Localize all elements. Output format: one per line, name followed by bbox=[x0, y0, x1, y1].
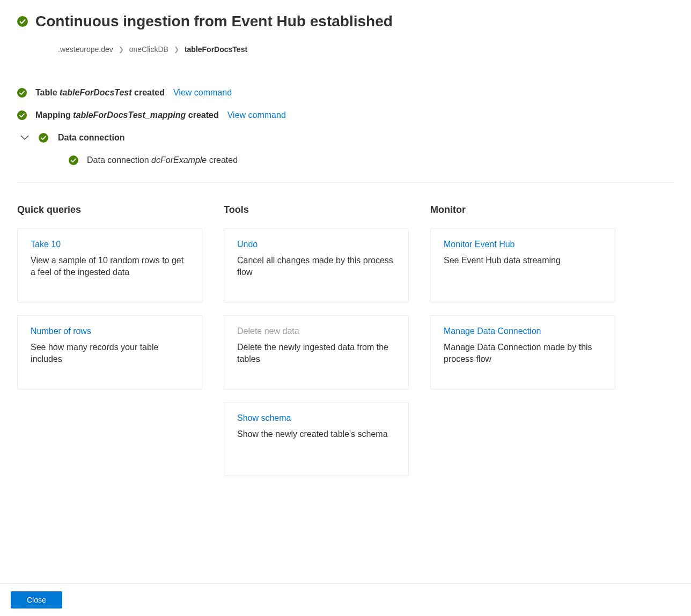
card-desc: Delete the newly ingested data from the … bbox=[237, 342, 395, 366]
card-desc: View a sample of 10 random rows to get a… bbox=[31, 255, 189, 279]
monitor-column: Monitor Monitor Event Hub See Event Hub … bbox=[430, 204, 615, 489]
card-manage-data-connection[interactable]: Manage Data Connection Manage Data Conne… bbox=[430, 315, 615, 389]
status-text: Table tableForDocsTest created bbox=[35, 88, 165, 98]
card-desc: Cancel all changes made by this process … bbox=[237, 255, 395, 279]
view-command-link[interactable]: View command bbox=[227, 110, 286, 120]
status-text: Mapping tableForDocsTest_mapping created bbox=[35, 110, 219, 120]
card-show-schema[interactable]: Show schema Show the newly created table… bbox=[224, 402, 409, 476]
tools-column: Tools Undo Cancel all changes made by th… bbox=[224, 204, 409, 489]
success-check-icon bbox=[69, 155, 78, 165]
card-undo[interactable]: Undo Cancel all changes made by this pro… bbox=[224, 228, 409, 302]
card-title[interactable]: Undo bbox=[237, 240, 395, 249]
card-title[interactable]: Number of rows bbox=[31, 326, 189, 336]
status-connection-label: Data connection bbox=[58, 133, 124, 143]
footer: Close bbox=[0, 583, 691, 616]
card-title[interactable]: Take 10 bbox=[31, 240, 189, 249]
breadcrumb-item[interactable]: .westeurope.dev bbox=[58, 45, 113, 54]
card-title-disabled: Delete new data bbox=[237, 326, 395, 336]
column-title: Tools bbox=[224, 204, 409, 216]
svg-point-1 bbox=[17, 88, 27, 98]
view-command-link[interactable]: View command bbox=[173, 88, 232, 98]
status-row-mapping: Mapping tableForDocsTest_mapping created… bbox=[17, 110, 674, 120]
success-check-icon bbox=[17, 88, 27, 98]
success-check-icon bbox=[17, 16, 28, 27]
breadcrumb-item[interactable]: oneClickDB bbox=[129, 45, 168, 54]
svg-point-2 bbox=[17, 110, 27, 120]
svg-point-0 bbox=[17, 16, 28, 27]
card-monitor-event-hub[interactable]: Monitor Event Hub See Event Hub data str… bbox=[430, 228, 615, 302]
status-sub-row-connection: Data connection dcForExample created bbox=[69, 155, 674, 165]
card-title[interactable]: Monitor Event Hub bbox=[444, 240, 602, 249]
chevron-down-icon bbox=[20, 135, 29, 140]
status-row-connection[interactable]: Data connection bbox=[17, 133, 674, 143]
page-title: Continuous ingestion from Event Hub esta… bbox=[35, 13, 393, 30]
status-row-table: Table tableForDocsTest created View comm… bbox=[17, 88, 674, 98]
quick-queries-column: Quick queries Take 10 View a sample of 1… bbox=[17, 204, 202, 489]
card-desc: Show the newly created table's schema bbox=[237, 428, 395, 440]
card-delete-new-data: Delete new data Delete the newly ingeste… bbox=[224, 315, 409, 389]
card-desc: Manage Data Connection made by this proc… bbox=[444, 342, 602, 366]
card-title[interactable]: Manage Data Connection bbox=[444, 326, 602, 336]
svg-point-3 bbox=[39, 133, 48, 143]
card-desc: See how many records your table includes bbox=[31, 342, 189, 366]
success-check-icon bbox=[17, 110, 27, 120]
breadcrumb-item-current: tableForDocsTest bbox=[185, 45, 247, 54]
chevron-right-icon: ❯ bbox=[174, 46, 179, 53]
close-button[interactable]: Close bbox=[11, 591, 62, 608]
card-number-of-rows[interactable]: Number of rows See how many records your… bbox=[17, 315, 202, 389]
column-title: Monitor bbox=[430, 204, 615, 216]
breadcrumb: .westeurope.dev ❯ oneClickDB ❯ tableForD… bbox=[58, 45, 674, 54]
card-desc: See Event Hub data streaming bbox=[444, 255, 602, 266]
column-title: Quick queries bbox=[17, 204, 202, 216]
svg-point-4 bbox=[69, 155, 78, 165]
card-title[interactable]: Show schema bbox=[237, 413, 395, 423]
status-sub-text: Data connection dcForExample created bbox=[87, 155, 238, 165]
card-take-10[interactable]: Take 10 View a sample of 10 random rows … bbox=[17, 228, 202, 302]
success-check-icon bbox=[39, 133, 48, 143]
divider bbox=[17, 182, 674, 183]
chevron-right-icon: ❯ bbox=[119, 46, 124, 53]
